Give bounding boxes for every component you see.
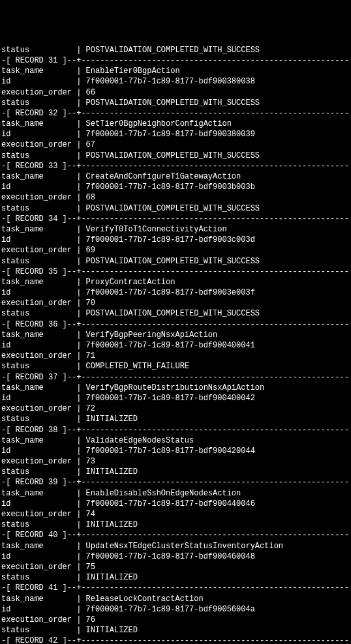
record-divider: -[ RECORD 36 ]--+-----------------------… [1, 319, 350, 330]
record-field: task_name | VerifyBgpRouteDistributionNs… [1, 383, 350, 393]
record-field: execution_order | 76 [1, 615, 350, 625]
record-field: execution_order | 73 [1, 456, 350, 467]
record-field: task_name | UpdateNsxTEdgeClusterStatusI… [1, 541, 350, 551]
record-field: execution_order | 66 [1, 87, 350, 98]
record-field: task_name | SetTier0BgpNeighborConfigAct… [1, 119, 350, 129]
record-field: task_name | EnableTier0BgpAction [1, 66, 350, 76]
record-field: id | 7f000001-77b7-1c89-8177-bdf9003e003… [1, 287, 350, 298]
record-field: id | 7f000001-77b7-1c89-8177-bdf90044004… [1, 499, 350, 509]
record-field: status | INITIALIZED [1, 467, 350, 477]
record-field: execution_order | 70 [1, 298, 350, 308]
record-divider: -[ RECORD 37 ]--+-----------------------… [1, 372, 350, 383]
record-field: status | POSTVALIDATION_COMPLETED_WITH_S… [1, 151, 350, 161]
record-divider: -[ RECORD 32 ]--+-----------------------… [1, 108, 350, 119]
record-field: task_name | ProxyContractAction [1, 277, 350, 287]
record-field: status | POSTVALIDATION_COMPLETED_WITH_S… [1, 256, 350, 267]
record-field: task_name | VerifyT0ToT1ConnectivityActi… [1, 224, 350, 235]
record-field: status | POSTVALIDATION_COMPLETED_WITH_S… [1, 45, 350, 55]
record-divider: -[ RECORD 40 ]--+-----------------------… [1, 530, 350, 540]
record-divider: -[ RECORD 31 ]--+-----------------------… [1, 55, 350, 66]
record-divider: -[ RECORD 39 ]--+-----------------------… [1, 477, 350, 488]
record-field: execution_order | 67 [1, 139, 350, 150]
record-field: id | 7f000001-77b7-1c89-8177-bdf90040004… [1, 393, 350, 403]
record-field: execution_order | 74 [1, 509, 350, 520]
record-field: execution_order | 68 [1, 192, 350, 203]
record-field: task_name | VerifyBgpPeeringNsxApiAction [1, 330, 350, 340]
record-divider: -[ RECORD 42 ]--+-----------------------… [1, 636, 350, 644]
record-field: task_name | CreateAndConfigureT1GatewayA… [1, 171, 350, 182]
record-field: status | COMPLETED_WITH_FAILURE [1, 361, 350, 372]
record-field: id | 7f000001-77b7-1c89-8177-bdf90038003… [1, 76, 350, 87]
record-field: id | 7f000001-77b7-1c89-8177-bdf90042004… [1, 446, 350, 456]
record-divider: -[ RECORD 34 ]--+-----------------------… [1, 214, 350, 224]
record-field: execution_order | 71 [1, 351, 350, 361]
record-field: id | 7f000001-77b7-1c89-8177-bdf90056004… [1, 604, 350, 615]
record-field: status | POSTVALIDATION_COMPLETED_WITH_S… [1, 308, 350, 319]
record-field: task_name | ValidateEdgeNodesStatus [1, 435, 350, 446]
record-divider: -[ RECORD 41 ]--+-----------------------… [1, 583, 350, 593]
record-field: task_name | EnableDisableSshOnEdgeNodesA… [1, 488, 350, 499]
record-divider: -[ RECORD 33 ]--+-----------------------… [1, 161, 350, 171]
record-field: execution_order | 75 [1, 562, 350, 572]
record-field: id | 7f000001-77b7-1c89-8177-bdf9003c003… [1, 235, 350, 245]
record-field: status | INITIALIZED [1, 414, 350, 424]
record-divider: -[ RECORD 38 ]--+-----------------------… [1, 425, 350, 435]
record-field: id | 7f000001-77b7-1c89-8177-bdf90046004… [1, 551, 350, 562]
record-field: execution_order | 69 [1, 245, 350, 256]
record-divider: -[ RECORD 35 ]--+-----------------------… [1, 267, 350, 277]
terminal-output: status | POSTVALIDATION_COMPLETED_WITH_S… [1, 45, 350, 644]
record-field: execution_order | 72 [1, 403, 350, 414]
record-field: id | 7f000001-77b7-1c89-8177-bdf9003b003… [1, 182, 350, 192]
record-field: id | 7f000001-77b7-1c89-8177-bdf90038003… [1, 129, 350, 139]
record-field: status | INITIALIZED [1, 572, 350, 583]
record-field: status | POSTVALIDATION_COMPLETED_WITH_S… [1, 98, 350, 108]
record-field: task_name | ReleaseLockContractAction [1, 594, 350, 604]
record-field: id | 7f000001-77b7-1c89-8177-bdf90040004… [1, 340, 350, 351]
record-field: status | INITIALIZED [1, 625, 350, 636]
record-field: status | INITIALIZED [1, 520, 350, 530]
record-field: status | POSTVALIDATION_COMPLETED_WITH_S… [1, 203, 350, 214]
